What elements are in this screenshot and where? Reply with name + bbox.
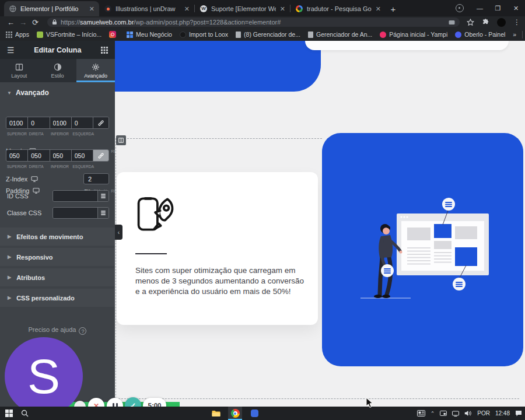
illustration-section[interactable] [322, 133, 523, 366]
taskbar-search-icon[interactable] [21, 410, 29, 417]
menu-bubble-icon [453, 278, 466, 290]
card-bottom-strip[interactable] [305, 41, 509, 50]
section-blue-top[interactable] [115, 41, 321, 92]
bookmark-star-icon[interactable] [467, 19, 474, 26]
tab-layout[interactable]: Layout [0, 59, 38, 82]
browser-menu-icon[interactable]: ⋮ [513, 18, 520, 26]
bookmark-vsfortnite[interactable]: VSFortnite – Início... [37, 31, 102, 38]
bookmarks-overflow-icon[interactable]: » [513, 31, 516, 38]
address-bar[interactable]: https://samuelweb.com.br/wp-admin/post.p… [47, 18, 460, 27]
tab-estilo[interactable]: Estilo [38, 59, 77, 82]
padding-left-input[interactable] [72, 150, 93, 161]
bookmark-oberlo[interactable]: Oberlo - Painel [455, 31, 505, 38]
gear-icon [92, 63, 100, 71]
padding-inputs [6, 149, 109, 162]
webcam-bubble-avatar[interactable]: S [5, 337, 83, 415]
profile-avatar[interactable] [497, 18, 506, 27]
taskbar-chrome-button[interactable] [228, 407, 242, 420]
windows-start-icon[interactable] [5, 410, 13, 417]
tab-avancado[interactable]: Avançado [76, 59, 115, 82]
media-controls-icon[interactable] [456, 4, 464, 12]
bookmark-gerenciador-1[interactable]: (8) Gerenciador de... [236, 31, 300, 38]
minimize-button[interactable]: — [471, 5, 489, 12]
layout-icon [15, 63, 23, 71]
taskbar-language[interactable]: POR [477, 410, 490, 416]
accordion-custom-css[interactable]: ▶ CSS personalizado [0, 289, 115, 307]
omnibox-action-icon[interactable] [449, 20, 455, 25]
margin-inputs [6, 117, 109, 129]
bookmark-instagram[interactable] [109, 31, 119, 38]
zindex-input[interactable] [83, 173, 109, 184]
bookmark-gerenciador-2[interactable]: Gerenciador de An... [308, 31, 372, 38]
menu-bubble-icon [381, 264, 394, 277]
feature-card-widget[interactable]: Sites com super otimização que carregam … [117, 172, 318, 325]
network-icon[interactable] [452, 411, 459, 416]
need-help-link[interactable]: Preciso de ajuda? [0, 326, 115, 335]
maximize-button[interactable]: ❐ [489, 5, 507, 12]
accordion-motion-effects[interactable]: ▶ Efeitos de movimento [0, 228, 115, 246]
class-css-row: Classe CSS [6, 207, 109, 219]
panel-collapse-handle[interactable]: ‹ [115, 225, 123, 240]
padding-bottom-input[interactable] [50, 150, 72, 161]
tab-close-icon[interactable]: ✕ [89, 6, 94, 12]
taskbar-explorer-button[interactable] [209, 407, 223, 420]
forward-button[interactable]: → [17, 19, 29, 26]
windows-taskbar: ⌃ POR 12:48 [0, 407, 525, 420]
browser-tab-undraw[interactable]: Illustrations | unDraw ✕ [99, 1, 194, 16]
device-monitor-icon[interactable] [31, 176, 38, 182]
accordion-attributes[interactable]: ▶ Atributos [0, 268, 115, 286]
taskbar-app-button[interactable] [247, 407, 261, 420]
padding-top-input[interactable] [6, 150, 28, 161]
bookmark-meu-negocio[interactable]: Meu Negócio [127, 31, 172, 38]
mouse-cursor [366, 397, 373, 408]
news-widget-icon[interactable] [417, 410, 425, 416]
reload-button[interactable]: ⟳ [29, 19, 41, 26]
column-handle[interactable] [116, 135, 126, 145]
bookmark-apps[interactable]: Apps [6, 31, 29, 38]
margin-link-values-button[interactable] [93, 117, 108, 128]
hamburger-menu-icon[interactable]: ☰ [7, 46, 15, 55]
menu-bubble-icon [442, 198, 455, 211]
tray-window-icon[interactable] [440, 411, 447, 416]
volume-icon[interactable] [464, 410, 472, 416]
chrome-icon [231, 409, 240, 418]
bookmark-loox[interactable]: Import to Loox [180, 31, 228, 38]
margin-left-input[interactable] [72, 117, 93, 128]
dynamic-tags-icon[interactable] [97, 208, 108, 218]
tab-close-icon[interactable]: ✕ [184, 6, 190, 12]
back-button[interactable]: ← [5, 19, 17, 26]
tab-close-icon[interactable]: ✕ [280, 6, 285, 12]
lock-icon [52, 19, 57, 25]
notification-icon[interactable] [515, 410, 522, 416]
widgets-grid-icon[interactable] [101, 47, 108, 54]
yampi-icon [380, 32, 386, 38]
tray-chevron-up-icon[interactable]: ⌃ [430, 411, 435, 416]
link-icon [97, 120, 104, 127]
bookmark-yampi[interactable]: Página inicial - Yampi [380, 31, 447, 38]
accordion-responsive[interactable]: ▶ Responsivo [0, 248, 115, 266]
close-window-button[interactable]: ✕ [507, 5, 525, 12]
main-area: ☰ Editar Coluna Layout Estilo Avançado [0, 41, 525, 407]
new-tab-button[interactable]: + [386, 1, 401, 16]
section-avancado[interactable]: ▼ Avançado [7, 89, 109, 97]
margin-right-input[interactable] [28, 117, 50, 128]
oberlo-icon [455, 32, 461, 38]
class-css-label: Classe CSS [7, 209, 41, 216]
browser-tab-tradutor[interactable]: tradutor - Pesquisa Google ✕ [290, 1, 386, 16]
taskbar-clock[interactable]: 12:48 [495, 410, 510, 416]
panel-title: Editar Coluna [15, 46, 101, 54]
browser-tab-elementor[interactable]: Elementor | Portfólio ✕ [4, 1, 99, 16]
screen: Elementor | Portfólio ✕ Illustrations | … [0, 0, 525, 420]
margin-top-input[interactable] [6, 117, 28, 128]
divider [522, 31, 523, 38]
id-css-input[interactable] [53, 191, 97, 201]
margin-bottom-input[interactable] [50, 117, 72, 128]
padding-right-input[interactable] [28, 150, 50, 161]
column-dashed-border-bottom [116, 398, 519, 399]
tab-close-icon[interactable]: ✕ [376, 6, 381, 12]
padding-link-values-button[interactable] [93, 150, 108, 161]
extensions-puzzle-icon[interactable] [482, 19, 489, 26]
class-css-input[interactable] [53, 208, 97, 218]
browser-tab-suporte[interactable]: W Suporte [Elementor Website Buil ✕ [195, 1, 290, 16]
dynamic-tags-icon[interactable] [97, 191, 108, 201]
